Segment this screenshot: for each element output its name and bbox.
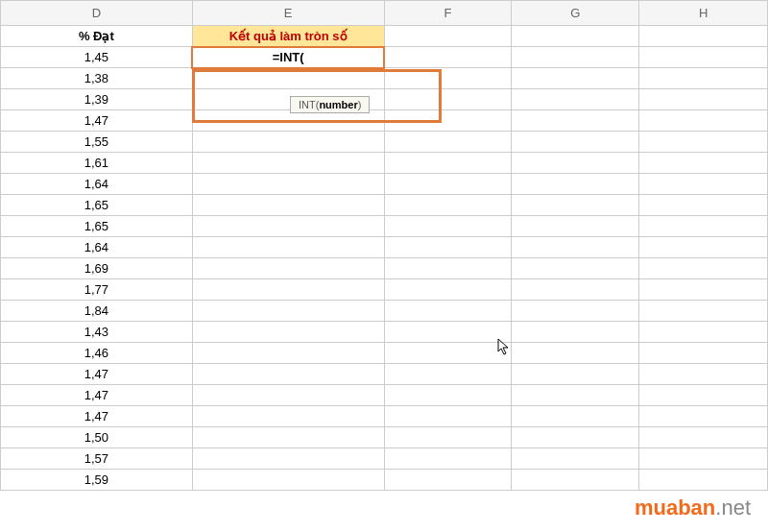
empty-cell[interactable] — [512, 174, 639, 195]
empty-cell[interactable] — [384, 132, 512, 153]
cell-d-value[interactable]: 1,84 — [1, 301, 193, 322]
cell-d-value[interactable]: 1,45 — [1, 47, 193, 68]
empty-cell[interactable] — [192, 343, 384, 364]
empty-cell[interactable] — [384, 427, 512, 448]
empty-cell[interactable] — [384, 343, 512, 364]
empty-cell[interactable] — [512, 195, 639, 216]
col-header-h[interactable]: H — [639, 1, 768, 26]
empty-cell[interactable] — [639, 132, 768, 153]
empty-cell[interactable] — [512, 153, 639, 174]
empty-cell[interactable] — [512, 470, 639, 491]
empty-cell[interactable] — [639, 406, 768, 427]
cell-d-value[interactable]: 1,47 — [1, 110, 193, 132]
empty-cell[interactable] — [192, 322, 384, 343]
cell-d-value[interactable]: 1,50 — [1, 427, 193, 448]
empty-cell[interactable] — [192, 427, 384, 448]
cell-d-value[interactable]: 1,69 — [1, 258, 193, 279]
header-percent-dat[interactable]: % Đạt — [1, 26, 193, 47]
header-ket-qua[interactable]: Kết quả làm tròn số — [192, 26, 384, 47]
empty-cell[interactable] — [384, 470, 512, 491]
empty-cell[interactable] — [192, 406, 384, 427]
empty-cell[interactable] — [192, 364, 384, 385]
empty-cell[interactable] — [384, 26, 512, 47]
empty-cell[interactable] — [512, 279, 639, 301]
empty-cell[interactable] — [639, 174, 768, 195]
empty-cell[interactable] — [384, 237, 512, 258]
empty-cell[interactable] — [512, 406, 639, 427]
empty-cell[interactable] — [512, 216, 639, 237]
cell-d-value[interactable]: 1,55 — [1, 132, 193, 153]
empty-cell[interactable] — [384, 258, 512, 279]
cell-d-value[interactable]: 1,38 — [1, 68, 193, 89]
empty-cell[interactable] — [639, 364, 768, 385]
empty-cell[interactable] — [384, 89, 512, 110]
empty-cell[interactable] — [512, 89, 639, 110]
empty-cell[interactable] — [639, 470, 768, 491]
empty-cell[interactable] — [639, 237, 768, 258]
col-header-f[interactable]: F — [384, 1, 512, 26]
empty-cell[interactable] — [639, 427, 768, 448]
empty-cell[interactable] — [192, 301, 384, 322]
cell-d-value[interactable]: 1,65 — [1, 216, 193, 237]
empty-cell[interactable] — [192, 448, 384, 470]
empty-cell[interactable] — [192, 174, 384, 195]
empty-cell[interactable] — [384, 279, 512, 301]
empty-cell[interactable] — [192, 216, 384, 237]
empty-cell[interactable] — [639, 195, 768, 216]
empty-cell[interactable] — [384, 301, 512, 322]
empty-cell[interactable] — [384, 68, 512, 89]
empty-cell[interactable] — [192, 258, 384, 279]
empty-cell[interactable] — [639, 385, 768, 406]
empty-cell[interactable] — [384, 322, 512, 343]
empty-cell[interactable] — [192, 68, 384, 89]
cell-d-value[interactable]: 1,47 — [1, 385, 193, 406]
cell-d-value[interactable]: 1,47 — [1, 364, 193, 385]
empty-cell[interactable] — [639, 110, 768, 132]
empty-cell[interactable] — [639, 89, 768, 110]
cell-d-value[interactable]: 1,43 — [1, 322, 193, 343]
empty-cell[interactable] — [512, 47, 639, 68]
cell-d-value[interactable]: 1,61 — [1, 153, 193, 174]
empty-cell[interactable] — [192, 279, 384, 301]
cell-d-value[interactable]: 1,64 — [1, 237, 193, 258]
empty-cell[interactable] — [512, 132, 639, 153]
empty-cell[interactable] — [639, 448, 768, 470]
empty-cell[interactable] — [639, 258, 768, 279]
empty-cell[interactable] — [192, 195, 384, 216]
empty-cell[interactable] — [192, 132, 384, 153]
formula-input-cell[interactable]: =INT( — [192, 47, 384, 68]
empty-cell[interactable] — [512, 343, 639, 364]
cell-d-value[interactable]: 1,59 — [1, 470, 193, 491]
empty-cell[interactable] — [384, 47, 512, 68]
empty-cell[interactable] — [639, 301, 768, 322]
empty-cell[interactable] — [639, 343, 768, 364]
empty-cell[interactable] — [384, 174, 512, 195]
empty-cell[interactable] — [192, 153, 384, 174]
empty-cell[interactable] — [639, 216, 768, 237]
empty-cell[interactable] — [384, 216, 512, 237]
empty-cell[interactable] — [512, 258, 639, 279]
cell-d-value[interactable]: 1,77 — [1, 279, 193, 301]
empty-cell[interactable] — [512, 385, 639, 406]
cell-d-value[interactable]: 1,64 — [1, 174, 193, 195]
empty-cell[interactable] — [639, 26, 768, 47]
empty-cell[interactable] — [192, 237, 384, 258]
empty-cell[interactable] — [512, 110, 639, 132]
col-header-g[interactable]: G — [512, 1, 639, 26]
cell-d-value[interactable]: 1,57 — [1, 448, 193, 470]
cell-d-value[interactable]: 1,46 — [1, 343, 193, 364]
empty-cell[interactable] — [512, 237, 639, 258]
empty-cell[interactable] — [384, 364, 512, 385]
empty-cell[interactable] — [639, 322, 768, 343]
cell-d-value[interactable]: 1,65 — [1, 195, 193, 216]
empty-cell[interactable] — [639, 279, 768, 301]
empty-cell[interactable] — [512, 301, 639, 322]
empty-cell[interactable] — [639, 47, 768, 68]
spreadsheet-grid[interactable]: D E F G H % ĐạtKết quả làm tròn số1,45=I… — [0, 0, 768, 491]
empty-cell[interactable] — [384, 385, 512, 406]
empty-cell[interactable] — [384, 448, 512, 470]
empty-cell[interactable] — [512, 427, 639, 448]
empty-cell[interactable] — [384, 110, 512, 132]
empty-cell[interactable] — [192, 470, 384, 491]
empty-cell[interactable] — [512, 448, 639, 470]
